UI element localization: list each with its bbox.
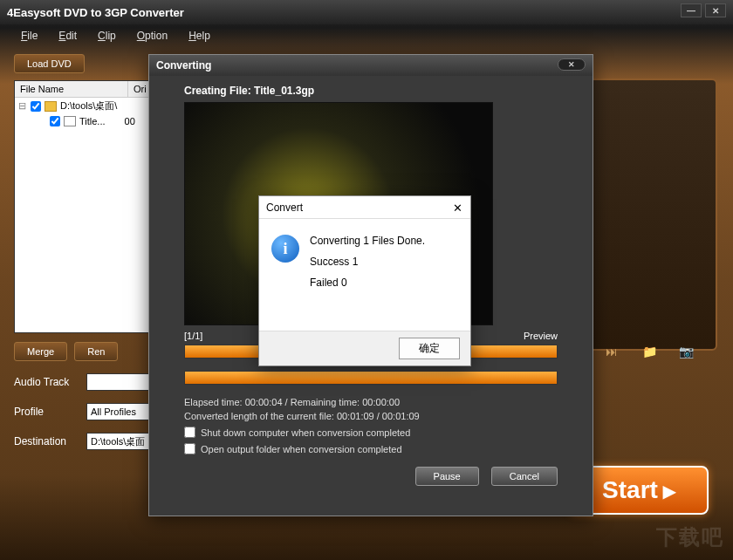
- dialog-titlebar: Converting ✕: [149, 55, 593, 76]
- start-label: Start: [602, 476, 658, 504]
- open-folder-label: Open output folder when conversion compl…: [201, 444, 402, 454]
- merge-button[interactable]: Merge: [14, 342, 67, 361]
- creating-file-label: Creating File: Title_01.3gp: [184, 85, 558, 97]
- camera-icon[interactable]: 📷: [679, 345, 698, 360]
- menu-option[interactable]: Option: [137, 30, 168, 42]
- next-icon[interactable]: ⏭: [606, 345, 625, 360]
- dialog-title: Converting: [156, 59, 211, 72]
- app-title: 4Easysoft DVD to 3GP Converter: [7, 6, 184, 19]
- msgbox-line2: Success 1: [310, 256, 425, 268]
- titlebar: 4Easysoft DVD to 3GP Converter — ✕: [0, 0, 733, 24]
- start-arrow-icon: ▸: [663, 476, 675, 505]
- minimize-button[interactable]: —: [681, 3, 702, 17]
- close-button[interactable]: ✕: [705, 3, 726, 17]
- cancel-button[interactable]: Cancel: [491, 467, 558, 486]
- converted-length: Converted length of the current file: 00…: [184, 411, 558, 421]
- info-icon: i: [271, 235, 299, 263]
- snapshot-icon[interactable]: 📁: [642, 345, 661, 360]
- profile-label: Profile: [14, 406, 79, 418]
- msgbox-close-button[interactable]: ✕: [449, 200, 465, 215]
- menu-help[interactable]: Help: [188, 30, 210, 42]
- convert-msgbox: Convert ✕ i Converting 1 Files Done. Suc…: [258, 195, 471, 366]
- menu-clip[interactable]: Clip: [98, 30, 116, 42]
- pause-button[interactable]: Pause: [415, 467, 479, 486]
- watermark: 下载吧: [656, 523, 724, 551]
- load-dvd-button[interactable]: Load DVD: [14, 54, 85, 73]
- progress-counter: [1/1]: [184, 331, 202, 341]
- preview-checkbox-label[interactable]: Preview: [524, 331, 558, 341]
- dialog-close-button[interactable]: ✕: [558, 58, 586, 71]
- msgbox-text: Converting 1 Files Done. Success 1 Faile…: [310, 235, 425, 297]
- menu-edit[interactable]: Edit: [58, 30, 77, 42]
- file-root-label: D:\tools\桌面\: [60, 99, 117, 113]
- destination-label: Destination: [14, 435, 79, 447]
- file-root-checkbox[interactable]: [31, 101, 41, 112]
- menubar: File Edit Clip Option Help: [0, 24, 733, 47]
- audio-track-label: Audio Track: [14, 376, 79, 388]
- msgbox-line1: Converting 1 Files Done.: [310, 235, 425, 247]
- file-child-checkbox[interactable]: [50, 116, 60, 126]
- progress-bar-total: [184, 371, 558, 385]
- rename-button[interactable]: Ren: [74, 342, 118, 361]
- msgbox-line3: Failed 0: [310, 277, 425, 289]
- elapsed-time: Elapsed time: 00:00:04 / Remaining time:…: [184, 397, 558, 407]
- file-icon: [64, 116, 76, 126]
- msgbox-ok-button[interactable]: 确定: [399, 338, 460, 359]
- file-child-label: Title...: [79, 116, 106, 126]
- shutdown-checkbox[interactable]: [184, 427, 195, 438]
- menu-file[interactable]: File: [21, 30, 38, 42]
- shutdown-label: Shut down computer when conversion compl…: [201, 427, 410, 438]
- msgbox-title: Convert: [259, 196, 470, 219]
- open-folder-checkbox[interactable]: [184, 443, 195, 454]
- file-child-val: 00: [125, 116, 135, 126]
- folder-icon: [45, 101, 57, 112]
- col-filename[interactable]: File Name: [15, 81, 128, 97]
